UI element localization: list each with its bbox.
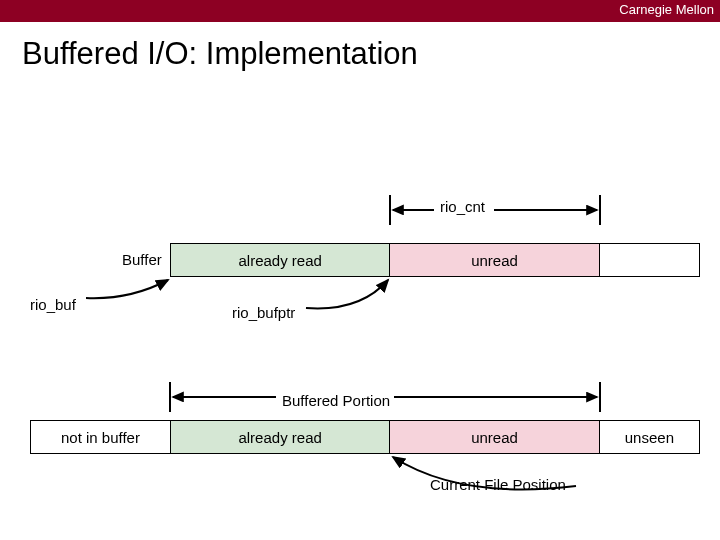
buffer-label: Buffer (122, 251, 162, 268)
current-file-position-label: Current File Position (430, 476, 566, 493)
seg-label: unread (471, 252, 518, 269)
page-title: Buffered I/O: Implementation (0, 22, 720, 72)
seg-label: not in buffer (61, 429, 140, 446)
buffer-seg-already-read: already read (170, 243, 390, 277)
rio-cnt-label: rio_cnt (440, 198, 485, 215)
buffered-portion-label: Buffered Portion (282, 392, 390, 409)
buffer-seg-unread: unread (390, 243, 599, 277)
portion-seg-unread: unread (390, 420, 599, 454)
seg-label: unseen (625, 429, 674, 446)
seg-label: unread (471, 429, 518, 446)
seg-label: already read (238, 252, 321, 269)
portion-row: not in buffer already read unread unseen (30, 420, 700, 454)
portion-seg-unseen: unseen (600, 420, 700, 454)
brand-label: Carnegie Mellon (619, 2, 714, 17)
brand-header: Carnegie Mellon (0, 0, 720, 22)
buffer-row: already read unread (170, 243, 700, 277)
portion-seg-already-read: already read (171, 420, 390, 454)
buffer-seg-empty (600, 243, 700, 277)
portion-seg-not-in-buffer: not in buffer (30, 420, 171, 454)
seg-label: already read (238, 429, 321, 446)
rio-bufptr-label: rio_bufptr (232, 304, 295, 321)
rio-buf-label: rio_buf (30, 296, 76, 313)
